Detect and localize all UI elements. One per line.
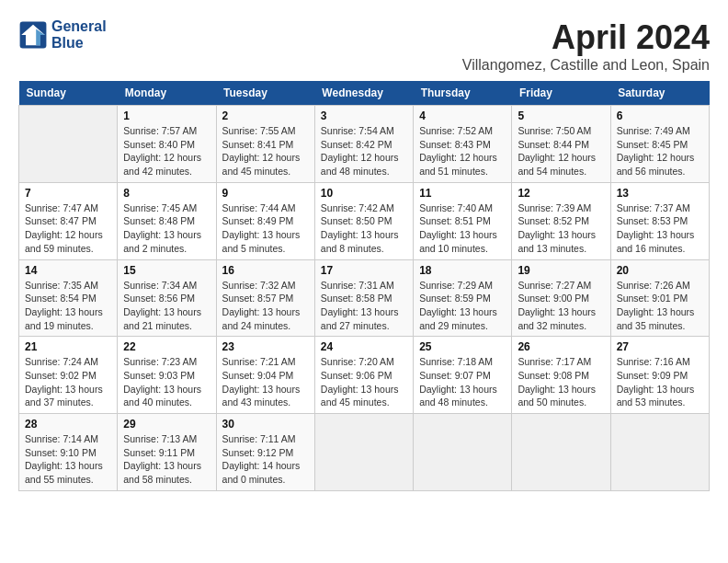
calendar-day-cell: 15Sunrise: 7:34 AM Sunset: 8:56 PM Dayli… — [118, 259, 216, 337]
calendar-day-cell: 20Sunrise: 7:26 AM Sunset: 9:01 PM Dayli… — [610, 259, 709, 337]
day-info: Sunrise: 7:24 AM Sunset: 9:02 PM Dayligh… — [25, 355, 111, 409]
calendar-day-cell: 17Sunrise: 7:31 AM Sunset: 8:58 PM Dayli… — [314, 259, 413, 337]
day-number: 16 — [222, 264, 309, 277]
day-number: 3 — [321, 109, 407, 122]
page-header: General Blue April 2024 Villangomez, Cas… — [18, 18, 710, 74]
day-number: 18 — [419, 264, 506, 277]
day-number: 15 — [123, 264, 210, 277]
calendar-day-cell: 18Sunrise: 7:29 AM Sunset: 8:59 PM Dayli… — [414, 259, 512, 337]
day-info: Sunrise: 7:32 AM Sunset: 8:57 PM Dayligh… — [222, 279, 309, 333]
calendar-day-cell: 12Sunrise: 7:39 AM Sunset: 8:52 PM Dayli… — [512, 182, 610, 259]
day-number: 26 — [518, 340, 604, 353]
day-info: Sunrise: 7:44 AM Sunset: 8:49 PM Dayligh… — [222, 201, 309, 256]
calendar-day-cell: 13Sunrise: 7:37 AM Sunset: 8:53 PM Dayli… — [610, 182, 709, 259]
calendar-week-row: 21Sunrise: 7:24 AM Sunset: 9:02 PM Dayli… — [19, 337, 710, 414]
calendar-table: SundayMondayTuesdayWednesdayThursdayFrid… — [18, 81, 710, 491]
logo: General Blue — [18, 18, 107, 52]
calendar-day-cell: 28Sunrise: 7:14 AM Sunset: 9:10 PM Dayli… — [19, 414, 118, 491]
calendar-day-cell: 9Sunrise: 7:44 AM Sunset: 8:49 PM Daylig… — [216, 182, 314, 259]
calendar-week-row: 1Sunrise: 7:57 AM Sunset: 8:40 PM Daylig… — [19, 106, 710, 183]
calendar-day-cell: 26Sunrise: 7:17 AM Sunset: 9:08 PM Dayli… — [512, 337, 610, 414]
day-number: 1 — [123, 109, 210, 122]
calendar-day-cell — [19, 106, 118, 183]
day-number: 8 — [123, 187, 210, 200]
calendar-day-cell: 22Sunrise: 7:23 AM Sunset: 9:03 PM Dayli… — [118, 337, 216, 414]
weekday-header-row: SundayMondayTuesdayWednesdayThursdayFrid… — [19, 81, 710, 106]
calendar-day-cell: 4Sunrise: 7:52 AM Sunset: 8:43 PM Daylig… — [414, 106, 512, 183]
day-info: Sunrise: 7:49 AM Sunset: 8:45 PM Dayligh… — [617, 124, 703, 178]
day-info: Sunrise: 7:34 AM Sunset: 8:56 PM Dayligh… — [123, 279, 210, 333]
calendar-day-cell: 30Sunrise: 7:11 AM Sunset: 9:12 PM Dayli… — [216, 414, 314, 491]
calendar-week-row: 14Sunrise: 7:35 AM Sunset: 8:54 PM Dayli… — [19, 259, 710, 337]
day-info: Sunrise: 7:50 AM Sunset: 8:44 PM Dayligh… — [518, 124, 604, 178]
day-number: 4 — [419, 109, 506, 122]
day-info: Sunrise: 7:23 AM Sunset: 9:03 PM Dayligh… — [123, 355, 210, 409]
day-number: 13 — [617, 187, 703, 200]
day-info: Sunrise: 7:18 AM Sunset: 9:07 PM Dayligh… — [419, 355, 506, 409]
calendar-day-cell: 7Sunrise: 7:47 AM Sunset: 8:47 PM Daylig… — [19, 182, 118, 259]
day-number: 6 — [617, 109, 703, 122]
calendar-day-cell — [512, 414, 610, 491]
day-info: Sunrise: 7:54 AM Sunset: 8:42 PM Dayligh… — [321, 124, 407, 178]
calendar-day-cell: 3Sunrise: 7:54 AM Sunset: 8:42 PM Daylig… — [314, 106, 413, 183]
day-info: Sunrise: 7:35 AM Sunset: 8:54 PM Dayligh… — [25, 279, 111, 333]
calendar-day-cell: 24Sunrise: 7:20 AM Sunset: 9:06 PM Dayli… — [314, 337, 413, 414]
calendar-day-cell: 2Sunrise: 7:55 AM Sunset: 8:41 PM Daylig… — [216, 106, 314, 183]
day-number: 23 — [222, 340, 309, 353]
calendar-day-cell: 8Sunrise: 7:45 AM Sunset: 8:48 PM Daylig… — [118, 182, 216, 259]
day-info: Sunrise: 7:31 AM Sunset: 8:58 PM Dayligh… — [321, 279, 407, 333]
calendar-week-row: 28Sunrise: 7:14 AM Sunset: 9:10 PM Dayli… — [19, 414, 710, 491]
day-number: 30 — [222, 418, 309, 431]
day-info: Sunrise: 7:14 AM Sunset: 9:10 PM Dayligh… — [25, 432, 111, 487]
day-info: Sunrise: 7:13 AM Sunset: 9:11 PM Dayligh… — [123, 432, 210, 487]
day-info: Sunrise: 7:16 AM Sunset: 9:09 PM Dayligh… — [617, 355, 703, 409]
day-info: Sunrise: 7:26 AM Sunset: 9:01 PM Dayligh… — [617, 279, 703, 333]
calendar-day-cell: 19Sunrise: 7:27 AM Sunset: 9:00 PM Dayli… — [512, 259, 610, 337]
calendar-day-cell — [414, 414, 512, 491]
calendar-day-cell: 6Sunrise: 7:49 AM Sunset: 8:45 PM Daylig… — [610, 106, 709, 183]
day-number: 10 — [321, 187, 407, 200]
calendar-day-cell: 10Sunrise: 7:42 AM Sunset: 8:50 PM Dayli… — [314, 182, 413, 259]
calendar-day-cell: 21Sunrise: 7:24 AM Sunset: 9:02 PM Dayli… — [19, 337, 118, 414]
day-info: Sunrise: 7:52 AM Sunset: 8:43 PM Dayligh… — [419, 124, 506, 178]
calendar-day-cell: 23Sunrise: 7:21 AM Sunset: 9:04 PM Dayli… — [216, 337, 314, 414]
logo-icon — [18, 20, 48, 50]
calendar-week-row: 7Sunrise: 7:47 AM Sunset: 8:47 PM Daylig… — [19, 182, 710, 259]
weekday-header-cell: Tuesday — [216, 81, 314, 106]
day-info: Sunrise: 7:11 AM Sunset: 9:12 PM Dayligh… — [222, 432, 309, 487]
weekday-header-cell: Friday — [512, 81, 610, 106]
day-info: Sunrise: 7:57 AM Sunset: 8:40 PM Dayligh… — [123, 124, 210, 178]
calendar-body: 1Sunrise: 7:57 AM Sunset: 8:40 PM Daylig… — [19, 106, 710, 491]
month-title: April 2024 — [462, 18, 710, 57]
day-number: 29 — [123, 418, 210, 431]
day-info: Sunrise: 7:17 AM Sunset: 9:08 PM Dayligh… — [518, 355, 604, 409]
day-number: 12 — [518, 187, 604, 200]
calendar-day-cell — [314, 414, 413, 491]
day-number: 24 — [321, 340, 407, 353]
calendar-day-cell: 11Sunrise: 7:40 AM Sunset: 8:51 PM Dayli… — [414, 182, 512, 259]
day-info: Sunrise: 7:47 AM Sunset: 8:47 PM Dayligh… — [25, 201, 111, 256]
calendar-day-cell: 16Sunrise: 7:32 AM Sunset: 8:57 PM Dayli… — [216, 259, 314, 337]
day-info: Sunrise: 7:45 AM Sunset: 8:48 PM Dayligh… — [123, 201, 210, 256]
weekday-header-cell: Sunday — [19, 81, 118, 106]
day-number: 22 — [123, 340, 210, 353]
day-info: Sunrise: 7:37 AM Sunset: 8:53 PM Dayligh… — [617, 201, 703, 256]
day-number: 21 — [25, 340, 111, 353]
day-info: Sunrise: 7:55 AM Sunset: 8:41 PM Dayligh… — [222, 124, 309, 178]
day-number: 14 — [25, 264, 111, 277]
day-number: 27 — [617, 340, 703, 353]
day-number: 28 — [25, 418, 111, 431]
day-number: 19 — [518, 264, 604, 277]
weekday-header-cell: Wednesday — [314, 81, 413, 106]
title-block: April 2024 Villangomez, Castille and Leo… — [462, 18, 710, 74]
calendar-day-cell: 1Sunrise: 7:57 AM Sunset: 8:40 PM Daylig… — [118, 106, 216, 183]
day-info: Sunrise: 7:29 AM Sunset: 8:59 PM Dayligh… — [419, 279, 506, 333]
day-info: Sunrise: 7:40 AM Sunset: 8:51 PM Dayligh… — [419, 201, 506, 256]
day-info: Sunrise: 7:27 AM Sunset: 9:00 PM Dayligh… — [518, 279, 604, 333]
day-number: 7 — [25, 187, 111, 200]
weekday-header-cell: Thursday — [414, 81, 512, 106]
calendar-day-cell: 29Sunrise: 7:13 AM Sunset: 9:11 PM Dayli… — [118, 414, 216, 491]
day-number: 20 — [617, 264, 703, 277]
day-number: 11 — [419, 187, 506, 200]
location-subtitle: Villangomez, Castille and Leon, Spain — [462, 57, 710, 74]
